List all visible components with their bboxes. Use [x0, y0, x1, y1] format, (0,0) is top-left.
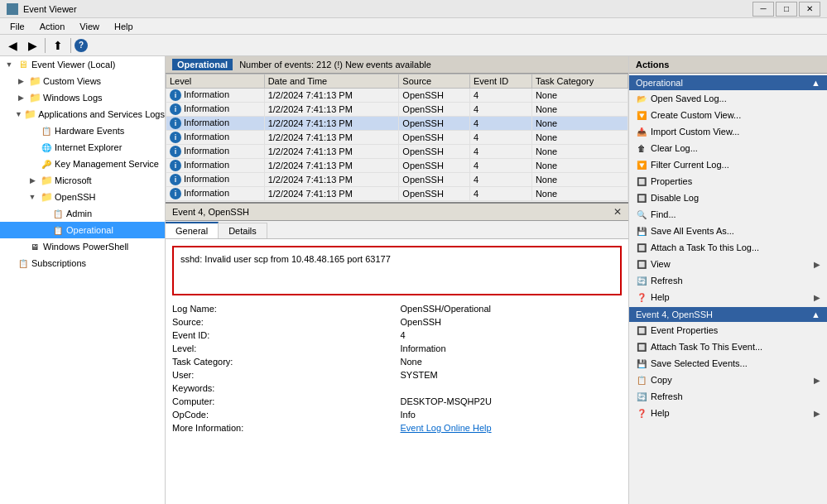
copy-icon: 📋 [636, 374, 647, 386]
cell-source: OpenSSH [399, 117, 470, 131]
title-bar-left: Event Viewer [7, 3, 77, 15]
close-button[interactable]: ✕ [799, 2, 820, 17]
menu-file[interactable]: File [3, 20, 31, 33]
icon-admin: 📋 [51, 207, 65, 220]
table-row[interactable]: i Information 1/2/2024 7:41:13 PM OpenSS… [166, 159, 628, 173]
action-view[interactable]: 🔲 View ▶ [629, 256, 827, 272]
actions-event-collapse[interactable]: ▲ [811, 310, 820, 319]
action-attach-task-event[interactable]: 🔲 Attach Task To This Event... [629, 338, 827, 355]
title-bar: Event Viewer ─ □ ✕ [0, 0, 827, 18]
expander-custom-views[interactable]: ▶ [15, 77, 26, 85]
table-row[interactable]: i Information 1/2/2024 7:41:13 PM OpenSS… [166, 187, 628, 201]
table-row[interactable]: i Information 1/2/2024 7:41:13 PM OpenSS… [166, 117, 628, 131]
save-all-events-icon: 💾 [636, 225, 647, 237]
tree-item-hardware-events[interactable]: 📋 Hardware Events [0, 122, 165, 139]
menu-action[interactable]: Action [33, 20, 72, 33]
action-attach-task-log[interactable]: 🔲 Attach a Task To this Log... [629, 239, 827, 256]
keywords-label: Keywords: [172, 382, 397, 395]
action-properties[interactable]: 🔲 Properties [629, 173, 827, 190]
tree-item-app-services[interactable]: ▼ 📁 Applications and Services Logs [0, 106, 165, 122]
action-disable-log[interactable]: 🔲 Disable Log [629, 190, 827, 206]
actions-operational-header[interactable]: Operational ▲ [629, 75, 827, 90]
event-table-wrap[interactable]: Level Date and Time Source Event ID Task… [166, 74, 628, 202]
event-log-online-help-link[interactable]: Event Log Online Help [401, 423, 492, 433]
menu-view[interactable]: View [73, 20, 106, 33]
action-clear-log[interactable]: 🗑 Clear Log... [629, 140, 827, 156]
cell-task: None [531, 173, 627, 187]
action-create-custom-view[interactable]: 🔽 Create Custom View... [629, 107, 827, 123]
col-eventid[interactable]: Event ID [469, 74, 531, 89]
tree-item-admin[interactable]: 📋 Admin [0, 205, 165, 222]
tree-label-app-services: Applications and Services Logs [38, 109, 165, 119]
save-selected-events-icon: 💾 [636, 358, 647, 369]
action-filter-log-label: Filter Current Log... [651, 160, 820, 170]
minimize-button[interactable]: ─ [752, 2, 774, 17]
action-refresh-event[interactable]: 🔄 Refresh [629, 388, 827, 405]
tree-label-ie: Internet Explorer [55, 142, 122, 152]
action-refresh-operational[interactable]: 🔄 Refresh [629, 272, 827, 289]
actions-operational-collapse[interactable]: ▲ [811, 78, 820, 88]
user-label: User: [172, 368, 397, 382]
table-row[interactable]: i Information 1/2/2024 7:41:13 PM OpenSS… [166, 145, 628, 159]
action-event-properties[interactable]: 🔲 Event Properties [629, 322, 827, 338]
tree-item-subscriptions[interactable]: 📋 Subscriptions [0, 255, 165, 271]
event-table: Level Date and Time Source Event ID Task… [166, 74, 628, 201]
detail-close-button[interactable]: ✕ [613, 206, 622, 218]
tree-item-operational[interactable]: 📋 Operational [0, 222, 165, 238]
menu-bar: File Action View Help [0, 18, 827, 35]
action-find[interactable]: 🔍 Find... [629, 206, 827, 223]
action-import-custom-view[interactable]: 📥 Import Custom View... [629, 123, 827, 140]
tab-general[interactable]: General [166, 222, 219, 238]
tree-item-custom-views[interactable]: ▶ 📁 Custom Views [0, 73, 165, 89]
tab-details[interactable]: Details [219, 223, 267, 238]
expander-app-services[interactable]: ▼ [15, 110, 22, 118]
action-help-event[interactable]: ❓ Help ▶ [629, 405, 827, 421]
col-source[interactable]: Source [399, 74, 470, 89]
table-row[interactable]: i Information 1/2/2024 7:41:13 PM OpenSS… [166, 89, 628, 103]
up-button[interactable]: ⬆ [49, 37, 67, 54]
expander-microsoft[interactable]: ▶ [26, 176, 38, 185]
tree-label-admin: Admin [66, 209, 92, 218]
action-help-operational[interactable]: ❓ Help ▶ [629, 289, 827, 305]
help-button[interactable]: ? [75, 39, 88, 52]
tree-label-custom-views: Custom Views [43, 76, 101, 86]
opcode-value: Info [397, 408, 623, 421]
action-copy[interactable]: 📋 Copy ▶ [629, 372, 827, 388]
tree-item-openssh[interactable]: ▼ 📁 OpenSSH [0, 189, 165, 205]
cell-level: i Information [166, 159, 265, 173]
tree-item-kms[interactable]: 🔑 Key Management Service [0, 156, 165, 172]
expander-operational [38, 226, 50, 234]
info-icon: i [170, 89, 181, 101]
cell-date: 1/2/2024 7:41:13 PM [264, 187, 399, 201]
col-task[interactable]: Task Category [531, 74, 627, 89]
action-open-saved-log[interactable]: 📂 Open Saved Log... [629, 90, 827, 107]
expander-windows-logs[interactable]: ▶ [15, 94, 26, 102]
tree-item-microsoft[interactable]: ▶ 📁 Microsoft [0, 172, 165, 189]
col-level[interactable]: Level [166, 74, 265, 89]
action-filter-log[interactable]: 🔽 Filter Current Log... [629, 156, 827, 173]
tree-item-windows-ps[interactable]: 🖥 Windows PowerShell [0, 238, 165, 255]
expander-openssh[interactable]: ▼ [26, 193, 38, 201]
table-row[interactable]: i Information 1/2/2024 7:41:13 PM OpenSS… [166, 173, 628, 187]
maximize-button[interactable]: □ [776, 2, 797, 17]
forward-button[interactable]: ▶ [23, 37, 41, 54]
actions-event-header[interactable]: Event 4, OpenSSH ▲ [629, 307, 827, 322]
cell-source: OpenSSH [399, 89, 470, 103]
action-save-all-events[interactable]: 💾 Save All Events As... [629, 223, 827, 239]
tree-item-windows-logs[interactable]: ▶ 📁 Windows Logs [0, 89, 165, 106]
tree-item-ie[interactable]: 🌐 Internet Explorer [0, 139, 165, 156]
folder-icon-openssh: 📁 [40, 190, 53, 204]
col-date[interactable]: Date and Time [264, 74, 399, 89]
table-row[interactable]: i Information 1/2/2024 7:41:13 PM OpenSS… [166, 103, 628, 117]
menu-help[interactable]: Help [108, 20, 140, 33]
tree-item-event-viewer[interactable]: ▼ 🖥 Event Viewer (Local) [0, 56, 165, 73]
expander-event-viewer[interactable]: ▼ [3, 60, 15, 69]
action-save-selected-events[interactable]: 💾 Save Selected Events... [629, 355, 827, 372]
table-row[interactable]: i Information 1/2/2024 7:41:13 PM OpenSS… [166, 131, 628, 145]
back-button[interactable]: ◀ [3, 37, 22, 54]
title-bar-controls[interactable]: ─ □ ✕ [752, 2, 820, 17]
expander-kms [26, 160, 38, 168]
icon-subscriptions: 📋 [17, 257, 30, 270]
info-icon: i [170, 188, 181, 199]
actions-event-label: Event 4, OpenSSH [636, 310, 713, 319]
